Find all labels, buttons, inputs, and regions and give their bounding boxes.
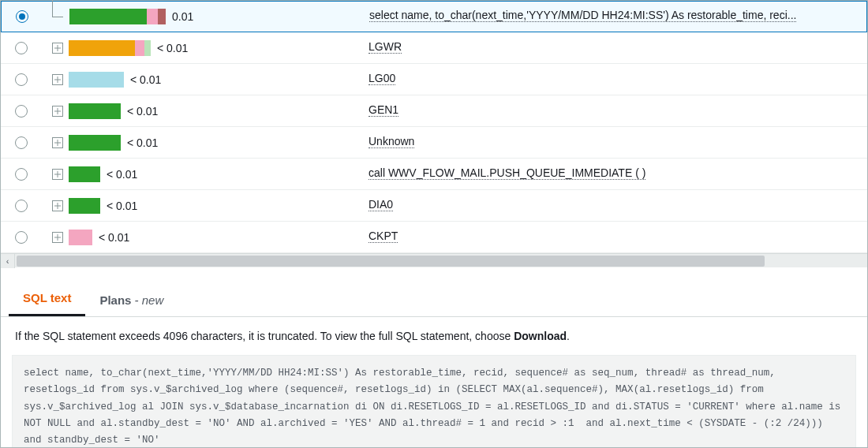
load-bar-cell: < 0.01 [69,135,361,151]
table-row[interactable]: < 0.01LGWR [1,32,867,64]
load-bar-cell: < 0.01 [69,103,361,119]
load-value: < 0.01 [107,168,137,181]
load-bar-cell: 0.01 [69,9,361,24]
expand-row-button[interactable] [52,106,63,117]
load-bar [69,9,166,24]
bar-segment [144,40,151,56]
radio-cell [15,136,47,149]
expand-row-button[interactable] [52,200,63,211]
expand-cell [47,1,69,32]
load-bar [69,198,100,214]
download-action[interactable]: Download [514,330,567,342]
sql-cell: LG00 [361,72,859,88]
load-value: < 0.01 [99,231,129,244]
radio-cell [15,168,47,181]
radio-cell [15,42,47,54]
load-bar [69,135,121,151]
truncate-note-post: . [567,330,570,342]
sql-snippet[interactable]: CKPT [369,230,398,243]
load-bar-cell: < 0.01 [69,72,361,88]
load-bar-cell: < 0.01 [69,198,361,214]
table-row[interactable]: < 0.01CKPT [1,222,867,253]
load-value: < 0.01 [127,136,158,149]
radio-cell [16,10,47,23]
table-row[interactable]: < 0.01GEN1 [1,95,867,127]
bar-segment [69,72,124,88]
performance-insights-panel: 0.01select name, to_char(next_time,'YYYY… [0,0,868,448]
load-value: < 0.01 [127,105,158,118]
table-row[interactable]: < 0.01DIA0 [1,190,867,222]
load-bar [69,166,100,182]
radio-cell [15,73,47,86]
sql-snippet[interactable]: call WWV_FLOW_MAIL.PUSH_QUEUE_IMMEDIATE … [369,166,645,180]
load-value: < 0.01 [157,42,188,54]
select-row-radio[interactable] [16,10,28,23]
select-row-radio[interactable] [15,231,28,244]
table-row[interactable]: < 0.01LG00 [1,64,867,95]
load-bar-cell: < 0.01 [69,166,361,182]
select-row-radio[interactable] [15,168,28,181]
radio-cell [15,231,47,244]
expand-cell [47,232,69,243]
sql-cell: Unknown [361,135,859,151]
bar-segment [158,9,166,24]
bar-segment [69,135,121,151]
load-bar-cell: < 0.01 [69,230,361,245]
expand-cell [47,74,69,85]
select-row-radio[interactable] [15,200,28,212]
expand-row-button[interactable] [52,43,63,54]
sql-cell: GEN1 [361,103,859,119]
expand-row-button[interactable] [52,137,63,148]
sql-cell: select name, to_char(next_time,'YYYY/MM/… [361,9,859,24]
expand-cell [47,169,69,180]
tree-connector-icon [47,1,65,32]
sql-cell: call WWV_FLOW_MAIL.PUSH_QUEUE_IMMEDIATE … [361,166,859,182]
sql-snippet[interactable]: DIA0 [369,198,393,211]
scrollbar-thumb[interactable] [17,256,765,267]
select-row-radio[interactable] [15,73,28,86]
expand-cell [47,106,69,117]
select-row-radio[interactable] [15,105,28,118]
sql-cell: LGWR [361,40,859,56]
sql-snippet[interactable]: Unknown [369,135,414,148]
load-value: < 0.01 [130,73,161,86]
select-row-radio[interactable] [15,42,28,54]
bar-segment [69,230,92,245]
new-badge: - new [131,293,163,307]
top-sql-table: 0.01select name, to_char(next_time,'YYYY… [1,1,867,253]
sql-cell: DIA0 [361,198,859,214]
tab-plans[interactable]: Plans - new [85,286,178,316]
load-bar [69,230,92,245]
tab-sql-text[interactable]: SQL text [9,283,85,316]
bar-segment [69,40,135,56]
bar-segment [147,9,158,24]
sql-cell: CKPT [361,230,859,245]
load-bar [69,72,124,88]
load-value: < 0.01 [107,200,137,212]
horizontal-scrollbar[interactable]: ‹ [1,253,867,267]
expand-cell [47,43,69,54]
load-bar [69,40,151,56]
bar-segment [135,40,144,56]
select-row-radio[interactable] [15,136,28,149]
expand-row-button[interactable] [52,169,63,180]
expand-row-button[interactable] [52,74,63,85]
sql-snippet[interactable]: GEN1 [369,103,398,117]
sql-snippet[interactable]: LGWR [369,40,402,54]
sql-snippet[interactable]: select name, to_char(next_time,'YYYY/MM/… [369,9,796,22]
truncate-note-pre: If the SQL statement exceeds 4096 charac… [15,330,514,342]
load-value: 0.01 [172,10,193,23]
scroll-left-button[interactable]: ‹ [1,254,15,268]
truncate-note: If the SQL statement exceeds 4096 charac… [1,317,867,350]
bar-segment [69,103,121,119]
sql-snippet[interactable]: LG00 [369,72,395,85]
expand-row-button[interactable] [52,232,63,243]
bar-segment [69,166,100,182]
load-bar-cell: < 0.01 [69,40,361,56]
table-row[interactable]: < 0.01Unknown [1,127,867,159]
table-row[interactable]: 0.01select name, to_char(next_time,'YYYY… [1,1,867,32]
sql-full-text: select name, to_char(next_time,'YYYY/MM/… [12,355,856,448]
table-row[interactable]: < 0.01call WWV_FLOW_MAIL.PUSH_QUEUE_IMME… [1,159,867,190]
bar-segment [69,198,100,214]
details-tabs-area: SQL textPlans - new If the SQL statement… [1,267,867,448]
